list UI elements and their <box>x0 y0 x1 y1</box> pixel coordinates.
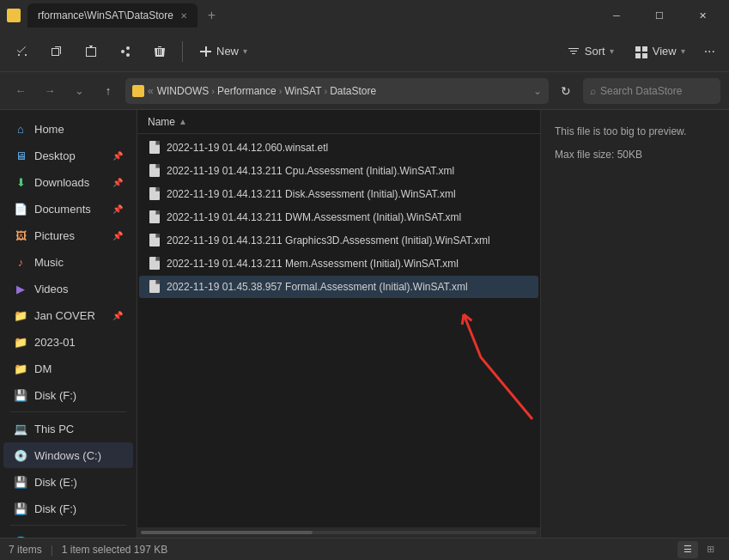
preview-panel: This file is too big to preview. Max fil… <box>540 110 729 538</box>
preview-sub: Max file size: 50KB <box>555 147 715 163</box>
sidebar-item-videos[interactable]: ▶ Videos <box>3 276 133 301</box>
sidebar-item-network[interactable]: 🌐 Network <box>3 529 133 538</box>
status-sep-1: | <box>51 544 53 556</box>
view-grid-button[interactable]: ⊞ <box>700 541 720 558</box>
downloads-icon: ⬇ <box>14 175 27 189</box>
view-list-button[interactable]: ☰ <box>677 541 698 558</box>
title-bar-controls: ─ ☐ ✕ <box>597 3 722 28</box>
sidebar-item-disk-e[interactable]: 💾 Disk (E:) <box>3 469 133 495</box>
pin-icon-dl: 📌 <box>112 178 123 187</box>
videos-icon: ▶ <box>14 282 27 295</box>
horizontal-scrollbar[interactable] <box>137 527 540 538</box>
toolbar-sep-1 <box>182 41 183 62</box>
address-bar[interactable]: « WINDOWS › Performance › WinSAT › DataS… <box>125 78 549 104</box>
toolbar: New ▾ Sort ▾ View ▾ ··· <box>0 31 729 72</box>
title-bar-tab[interactable]: rformance\WinSAT\DataStore ✕ <box>27 3 197 27</box>
view-toggle: ☰ ⊞ <box>677 541 720 558</box>
sidebar-label-home: Home <box>34 123 64 136</box>
search-box[interactable]: ⌕ Search DataStore <box>583 78 720 104</box>
sidebar-item-windows-c[interactable]: 💿 Windows (C:) <box>3 442 133 468</box>
delete-button[interactable] <box>144 37 175 66</box>
crumb-windows[interactable]: WINDOWS <box>157 85 210 97</box>
nav-up-button[interactable]: ↑ <box>96 79 120 103</box>
tab-close-icon[interactable]: ✕ <box>180 11 187 21</box>
sidebar-item-home[interactable]: ⌂ Home <box>3 116 133 142</box>
pin-icon: 📌 <box>112 151 123 161</box>
pin-icon-doc: 📌 <box>112 204 123 214</box>
cut-button[interactable] <box>7 37 38 66</box>
sidebar-item-jan-cover[interactable]: 📁 Jan COVER 📌 <box>3 302 133 328</box>
selected-info: 1 item selected 197 KB <box>62 544 167 556</box>
file-row[interactable]: 2022-11-19 01.45.38.957 Formal.Assessmen… <box>139 276 538 298</box>
crumb-datastore[interactable]: DataStore <box>330 85 376 97</box>
documents-icon: 📄 <box>14 202 27 216</box>
share-button[interactable] <box>110 37 141 66</box>
status-bar: 7 items | 1 item selected 197 KB ☰ ⊞ <box>0 538 729 560</box>
new-tab-icon[interactable]: + <box>208 8 216 23</box>
sidebar-label-videos: Videos <box>34 283 69 295</box>
sidebar-item-disk-f[interactable]: 💾 Disk (F:) <box>3 382 133 408</box>
sidebar-label-pictures: Pictures <box>34 229 75 242</box>
sidebar-label-downloads: Downloads <box>34 176 89 189</box>
file-name: 2022-11-19 01.44.13.211 Mem.Assessment (… <box>167 258 528 270</box>
file-row[interactable]: 2022-11-19 01.44.13.211 Graphics3D.Asses… <box>139 229 538 252</box>
address-dropdown-icon[interactable]: ⌄ <box>533 85 542 97</box>
maximize-button[interactable]: ☐ <box>640 3 679 28</box>
sidebar: ⌂ Home 🖥 Desktop 📌 ⬇ Downloads 📌 📄 Docum… <box>0 110 137 538</box>
sidebar-item-downloads[interactable]: ⬇ Downloads 📌 <box>3 169 133 195</box>
sidebar-item-documents[interactable]: 📄 Documents 📌 <box>3 196 133 222</box>
file-icon <box>149 187 161 201</box>
file-row[interactable]: 2022-11-19 01.44.12.060.winsat.etl <box>139 137 538 159</box>
preview-message: This file is too big to preview. <box>555 124 715 140</box>
sidebar-item-2023-01[interactable]: 📁 2023-01 <box>3 329 133 355</box>
address-folder-icon <box>132 85 144 97</box>
crumb-performance[interactable]: Performance <box>217 85 276 97</box>
sidebar-label-documents: Documents <box>34 203 91 216</box>
breadcrumbs: WINDOWS › Performance › WinSAT › DataSto… <box>157 85 377 97</box>
pin-icon-jc: 📌 <box>112 311 123 320</box>
file-name: 2022-11-19 01.44.13.211 Graphics3D.Asses… <box>167 234 528 247</box>
new-button[interactable]: New ▾ <box>190 37 256 66</box>
nav-down-button[interactable]: ⌄ <box>67 79 91 103</box>
file-list: 2022-11-19 01.44.12.060.winsat.etl2022-1… <box>137 134 540 527</box>
minimize-button[interactable]: ─ <box>597 3 636 28</box>
file-icon <box>149 164 161 178</box>
copy-button[interactable] <box>41 37 72 66</box>
more-button[interactable]: ··· <box>697 37 722 66</box>
sidebar-label-disk-f: Disk (F:) <box>34 389 76 402</box>
home-icon: ⌂ <box>14 122 27 136</box>
jan-cover-icon: 📁 <box>14 308 27 322</box>
2023-01-icon: 📁 <box>14 335 27 349</box>
close-button[interactable]: ✕ <box>683 3 722 28</box>
sidebar-item-pictures[interactable]: 🖼 Pictures 📌 <box>3 222 133 248</box>
sidebar-item-thispc[interactable]: 💻 This PC <box>3 416 133 441</box>
main-area: ⌂ Home 🖥 Desktop 📌 ⬇ Downloads 📌 📄 Docum… <box>0 110 729 538</box>
sort-button[interactable]: Sort ▾ <box>558 37 623 66</box>
sidebar-item-desktop[interactable]: 🖥 Desktop 📌 <box>3 143 133 168</box>
view-button[interactable]: View ▾ <box>626 37 694 66</box>
h-scroll-track <box>141 531 537 534</box>
paste-button[interactable] <box>76 37 106 66</box>
file-row[interactable]: 2022-11-19 01.44.13.211 Cpu.Assessment (… <box>139 160 538 182</box>
file-name: 2022-11-19 01.44.13.211 Disk.Assessment … <box>167 188 528 200</box>
file-row[interactable]: 2022-11-19 01.44.13.211 Disk.Assessment … <box>139 183 538 205</box>
sidebar-divider-1 <box>10 411 126 412</box>
refresh-button[interactable]: ↻ <box>554 79 578 103</box>
nav-forward-button[interactable]: → <box>38 79 62 103</box>
dm-icon: 📁 <box>14 362 27 375</box>
sidebar-item-disk-f2[interactable]: 💾 Disk (F:) <box>3 496 133 521</box>
column-name[interactable]: Name ▲ <box>148 116 530 128</box>
file-row[interactable]: 2022-11-19 01.44.13.211 DWM.Assessment (… <box>139 206 538 228</box>
crumb-winsat[interactable]: WinSAT <box>284 85 321 97</box>
sidebar-label-windows-c: Windows (C:) <box>34 449 101 462</box>
sidebar-label-desktop: Desktop <box>34 149 76 162</box>
nav-back-button[interactable]: ← <box>9 79 33 103</box>
pictures-icon: 🖼 <box>14 228 27 242</box>
search-icon: ⌕ <box>590 85 596 97</box>
file-icon <box>149 234 161 247</box>
sidebar-item-dm[interactable]: 📁 DM <box>3 356 133 381</box>
h-scroll-thumb[interactable] <box>141 531 313 534</box>
sidebar-item-music[interactable]: ♪ Music <box>3 249 133 275</box>
disk-f2-icon: 💾 <box>14 502 27 515</box>
file-row[interactable]: 2022-11-19 01.44.13.211 Mem.Assessment (… <box>139 253 538 275</box>
